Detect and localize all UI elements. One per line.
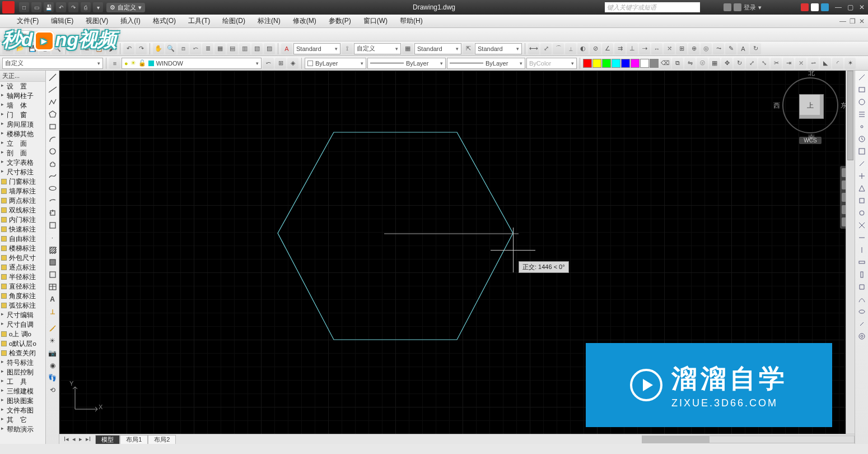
hatch-icon[interactable] xyxy=(47,244,58,256)
dimstyle-combo[interactable]: 自定义▾ xyxy=(354,43,401,54)
sidebar-item[interactable]: 门窗标注 xyxy=(0,177,45,187)
copy-obj-icon[interactable]: ⧉ xyxy=(672,58,683,69)
viewcube-n[interactable]: 北 xyxy=(808,68,815,78)
sidebar-item[interactable]: 弧弦标注 xyxy=(0,301,45,311)
dim-jog-icon[interactable]: ⤳ xyxy=(713,43,724,54)
sidebar-item[interactable]: 工 具 xyxy=(0,377,45,387)
camera-icon[interactable]: 📷 xyxy=(47,348,58,359)
doc-minimize-button[interactable]: — xyxy=(839,17,846,25)
line-icon[interactable] xyxy=(47,72,58,83)
dim-continue-icon[interactable]: ⇢ xyxy=(639,43,650,54)
dim-diameter-icon[interactable]: ⊘ xyxy=(590,43,601,54)
addsel-icon[interactable] xyxy=(47,306,58,317)
tablestyle-combo[interactable]: Standard▾ xyxy=(414,43,461,54)
sidebar-item[interactable]: 半径标注 xyxy=(0,272,45,282)
ellipse-icon[interactable] xyxy=(47,183,58,194)
close-button[interactable]: ✕ xyxy=(859,3,865,11)
qat-redo-icon[interactable]: ↷ xyxy=(68,2,78,12)
dim-radius-icon[interactable]: ◐ xyxy=(577,43,589,54)
sidebar-item[interactable]: 尺寸编辑 xyxy=(0,311,45,320)
toolpal-icon[interactable]: ▤ xyxy=(227,43,238,54)
login-area[interactable]: 登录 ▾ xyxy=(724,3,762,12)
dim-baseline-icon[interactable]: ⊥ xyxy=(627,43,638,54)
dim-tol-icon[interactable]: ⊞ xyxy=(676,43,687,54)
erase-icon[interactable]: ⌫ xyxy=(660,58,671,69)
sidebar-item[interactable]: 直径标注 xyxy=(0,282,45,291)
sidebar-item[interactable]: 内门标注 xyxy=(0,215,45,225)
gradient-icon[interactable] xyxy=(47,257,58,268)
rotate-icon[interactable]: ↻ xyxy=(734,58,745,69)
workspace-dropdown[interactable]: ⚙ 自定义 ▾ xyxy=(106,3,145,12)
sidebar-item[interactable]: 墙 体 xyxy=(0,101,45,110)
color-magenta[interactable] xyxy=(631,59,640,68)
color-cyan[interactable] xyxy=(612,59,620,68)
orbit-icon[interactable]: ⟲ xyxy=(47,384,58,396)
dim-aligned-icon[interactable]: ⤢ xyxy=(540,43,552,54)
layer-combo[interactable]: ● ☀ 🔓 WINDOW ▾ xyxy=(122,58,262,69)
help-search-input[interactable]: 键入关键字或短语 xyxy=(605,2,700,12)
sidebar-item[interactable]: 剖 面 xyxy=(0,149,45,158)
tab-first-icon[interactable]: I◂ xyxy=(63,436,70,443)
xline-icon[interactable] xyxy=(47,84,58,95)
table-icon[interactable] xyxy=(47,281,58,293)
mirror-icon[interactable]: ⇋ xyxy=(684,58,696,69)
menu-modify[interactable]: 修改(M) xyxy=(293,16,316,26)
textstyle-icon[interactable]: A xyxy=(281,43,292,54)
color-yellow[interactable] xyxy=(592,59,601,68)
sidebar-item[interactable]: o上 调o xyxy=(0,330,45,339)
dim-angular-icon[interactable]: ∠ xyxy=(602,43,613,54)
tool5-icon[interactable] xyxy=(856,220,867,231)
layer-iso-icon[interactable]: ◈ xyxy=(287,58,298,69)
tool7-icon[interactable] xyxy=(856,244,867,256)
stretch-icon[interactable]: ⤡ xyxy=(758,58,769,69)
properties-icon[interactable]: ≣ xyxy=(202,43,213,54)
tool11-icon[interactable] xyxy=(856,294,867,305)
tool12-icon[interactable] xyxy=(856,306,867,317)
region-mass-icon[interactable] xyxy=(856,96,867,108)
sidebar-item[interactable]: 帮助演示 xyxy=(0,425,45,434)
fillet-icon[interactable]: ◜ xyxy=(832,58,843,69)
dim-space-icon[interactable]: ↔ xyxy=(651,43,662,54)
qat-new-icon[interactable]: □ xyxy=(19,2,29,12)
qat-more-icon[interactable]: ▾ xyxy=(93,2,103,12)
walk-icon[interactable]: 👣 xyxy=(47,372,58,383)
sidebar-item[interactable]: 尺寸自调 xyxy=(0,320,45,330)
dim-edit-icon[interactable]: ✎ xyxy=(725,43,736,54)
sidebar-item[interactable]: o默认层o xyxy=(0,339,45,349)
sheet-icon[interactable]: ▥ xyxy=(239,43,250,54)
sidebar-item[interactable]: 楼梯其他 xyxy=(0,129,45,139)
spline-icon[interactable] xyxy=(47,170,58,182)
distance-icon[interactable] xyxy=(856,72,867,83)
sidebar-item[interactable]: 两点标注 xyxy=(0,196,45,206)
qat-undo-icon[interactable]: ↶ xyxy=(56,2,66,12)
qat-open-icon[interactable]: ▭ xyxy=(31,2,41,12)
linetype-combo[interactable]: ByLayer▾ xyxy=(367,58,446,69)
viewcube-top[interactable]: 上 xyxy=(807,101,814,110)
menu-window[interactable]: 窗口(W) xyxy=(363,16,388,26)
textstyle-combo[interactable]: Standard▾ xyxy=(293,43,340,54)
redo-icon[interactable]: ↷ xyxy=(136,43,147,54)
sidebar-item[interactable]: 尺寸标注 xyxy=(0,168,45,177)
dim-ord-icon[interactable]: ⟂ xyxy=(565,43,576,54)
sidebar-item[interactable]: 房间屋顶 xyxy=(0,120,45,129)
break-icon[interactable]: ⤫ xyxy=(795,58,806,69)
block-icon[interactable] xyxy=(47,220,58,231)
viewcube-ring[interactable]: 北 南 东 西 上 xyxy=(782,77,838,133)
menu-tools[interactable]: 工具(T) xyxy=(188,16,210,26)
mleader-icon[interactable]: ⇱ xyxy=(463,43,474,54)
sidebar-item[interactable]: 设 置 xyxy=(0,82,45,91)
scrollbar-thumb[interactable] xyxy=(847,71,853,160)
revcloud-icon[interactable] xyxy=(47,158,58,169)
join-icon[interactable]: ⥋ xyxy=(808,58,819,69)
area-icon[interactable] xyxy=(856,84,867,95)
sidebar-item[interactable]: 楼梯标注 xyxy=(0,244,45,253)
scale-icon[interactable]: ⤢ xyxy=(746,58,757,69)
color-blue[interactable] xyxy=(621,59,630,68)
mleader-combo[interactable]: Standard▾ xyxy=(475,43,522,54)
tool3-icon[interactable] xyxy=(856,195,867,206)
tool9-icon[interactable] xyxy=(856,269,867,280)
sidebar-item[interactable]: 检查关闭 xyxy=(0,349,45,358)
tablestyle-icon[interactable]: ▦ xyxy=(402,43,413,54)
tab-prev-icon[interactable]: ◂ xyxy=(71,436,77,443)
tab-last-icon[interactable]: ▸I xyxy=(85,436,92,443)
